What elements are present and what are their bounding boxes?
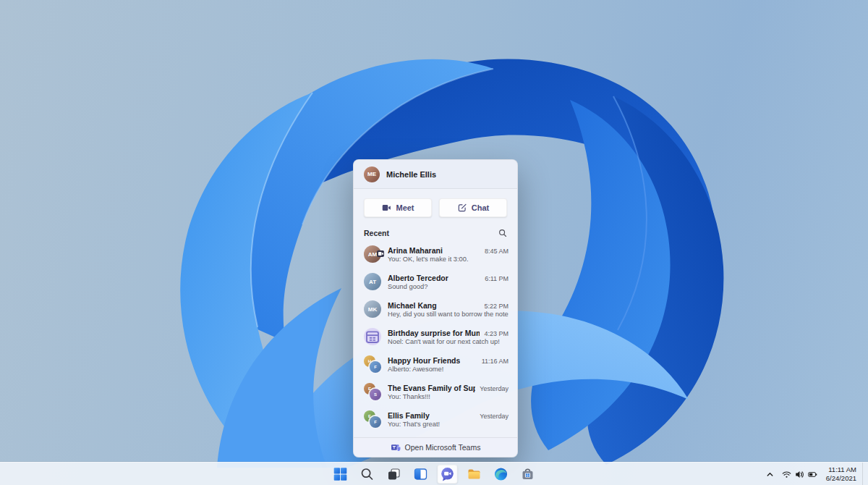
recent-label: Recent (364, 229, 389, 237)
video-call-badge-icon (377, 250, 384, 257)
conversation-name: Michael Kang (388, 301, 437, 310)
conversation-preview: You: OK, let's make it 3:00. (388, 256, 509, 263)
taskbar: 11:11 AM 6/24/2021 (0, 462, 868, 485)
tray-time: 11:11 AM (826, 465, 856, 474)
conversation-name: Happy Hour Friends (388, 356, 460, 365)
microsoft-store-icon (521, 467, 535, 481)
task-view-icon (387, 467, 401, 481)
group-avatar: E F (364, 410, 381, 428)
chevron-up-icon (765, 470, 775, 479)
conversation-time: 5:22 PM (484, 303, 509, 310)
conversation-row[interactable]: H F Happy Hour Friends 11:16 AM Alberto:… (354, 350, 517, 378)
recent-header-row: Recent (354, 224, 517, 240)
conversation-time: 4:23 PM (484, 330, 509, 337)
calendar-icon (364, 328, 381, 345)
teams-chat-flyout: ME Michelle Ellis Meet Chat Recent (353, 159, 518, 457)
avatar: MK (364, 300, 381, 318)
conversation-row[interactable]: E F Ellis Family Yesterday You: That's g… (354, 405, 517, 433)
avatar-initials: F (370, 416, 381, 428)
meet-button[interactable]: Meet (364, 198, 432, 217)
conversation-list: AM Arina Maharani 8:45 AM You: OK, let's… (354, 240, 517, 437)
show-desktop-button[interactable] (862, 463, 865, 485)
conversation-time: Yesterday (480, 413, 509, 420)
hidden-icons-button[interactable] (762, 465, 778, 484)
file-explorer-button[interactable] (464, 465, 485, 484)
meet-button-label: Meet (396, 203, 414, 212)
user-name: Michelle Ellis (386, 170, 436, 179)
conversation-name: Arina Maharani (388, 246, 443, 255)
user-avatar[interactable]: ME (364, 166, 380, 182)
store-button[interactable] (518, 465, 538, 484)
flyout-header: ME Michelle Ellis (354, 160, 517, 189)
action-buttons-row: Meet Chat (354, 189, 517, 224)
open-teams-label: Open Microsoft Teams (405, 443, 481, 452)
conversation-preview: Sound good? (388, 283, 509, 290)
avatar-initials: AM (368, 251, 377, 258)
conversation-row[interactable]: AM Arina Maharani 8:45 AM You: OK, let's… (354, 240, 517, 268)
avatar-initials: F (370, 361, 381, 373)
user-avatar-initials: ME (367, 171, 376, 177)
chat-button-label: Chat (472, 203, 489, 212)
widgets-button[interactable] (411, 465, 431, 484)
network-volume-battery-button[interactable] (779, 465, 820, 484)
conversation-name: The Evans Family of Supers (388, 384, 475, 392)
avatar-initials: AT (369, 279, 376, 285)
widgets-icon (414, 467, 428, 481)
conversation-preview: You: That's great! (388, 421, 509, 428)
battery-icon (808, 470, 817, 479)
conversation-time: 6:11 PM (485, 275, 509, 282)
avatar: AT (364, 273, 381, 290)
file-explorer-icon (467, 467, 482, 481)
conversation-name: Ellis Family (388, 411, 430, 420)
conversation-row[interactable]: Birthday surprise for Mum 4:23 PM Noel: … (354, 323, 517, 350)
video-camera-icon (381, 203, 391, 213)
conversation-time: 8:45 AM (485, 248, 509, 255)
avatar: AM (364, 245, 381, 263)
teams-chat-icon (441, 467, 455, 481)
system-tray: 11:11 AM 6/24/2021 (762, 463, 865, 485)
edge-browser-icon (494, 467, 509, 481)
conversation-name: Alberto Tercedor (388, 274, 448, 282)
search-icon (360, 467, 375, 481)
conversation-time: Yesterday (480, 385, 509, 392)
conversation-row[interactable]: AT Alberto Tercedor 6:11 PM Sound good? (354, 268, 517, 295)
calendar-avatar (364, 328, 381, 345)
search-button[interactable] (357, 465, 378, 484)
task-view-button[interactable] (384, 465, 404, 484)
open-teams-button[interactable]: Open Microsoft Teams (354, 437, 517, 457)
search-icon[interactable] (498, 229, 507, 237)
conversation-row[interactable]: E S The Evans Family of Supers Yesterday… (354, 378, 517, 405)
group-avatar: E S (364, 383, 381, 400)
compose-icon (457, 203, 467, 213)
conversation-preview: Hey, did you still want to borrow the no… (388, 311, 509, 318)
windows-start-icon (333, 467, 348, 481)
avatar-initials: S (370, 389, 381, 400)
taskbar-center-icons (331, 463, 538, 485)
teams-logo-icon (391, 442, 401, 452)
wifi-icon (782, 470, 791, 479)
edge-button[interactable] (491, 465, 511, 484)
conversation-name: Birthday surprise for Mum (388, 329, 480, 337)
conversation-time: 11:16 AM (482, 358, 509, 365)
chat-button[interactable]: Chat (439, 198, 507, 217)
group-avatar: H F (364, 355, 381, 373)
tray-date: 6/24/2021 (826, 474, 856, 483)
conversation-row[interactable]: MK Michael Kang 5:22 PM Hey, did you sti… (354, 295, 517, 323)
conversation-preview: You: Thanks!!! (388, 393, 509, 400)
volume-icon (795, 470, 804, 479)
chat-teams-button[interactable] (438, 465, 458, 484)
start-button[interactable] (331, 465, 351, 484)
clock[interactable]: 11:11 AM 6/24/2021 (822, 465, 861, 483)
avatar-initials: MK (368, 306, 377, 313)
conversation-preview: Noel: Can't wait for our next catch up! (388, 338, 509, 345)
conversation-preview: Alberto: Awesome! (388, 366, 509, 373)
